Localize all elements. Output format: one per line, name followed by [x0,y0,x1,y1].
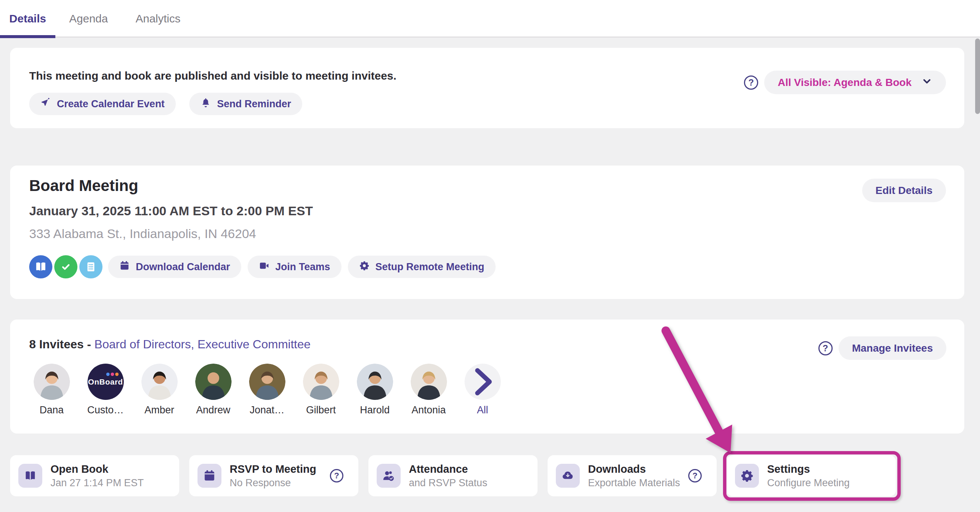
invitee-custom-logo[interactable]: OnBoard Custo… [83,364,128,416]
avatar [249,364,285,400]
agenda-status-icon [79,255,102,278]
create-calendar-event-label: Create Calendar Event [57,98,165,110]
downloads-card[interactable]: Downloads Exportable Materials ? [547,455,717,496]
downloads-subtitle: Exportable Materials [588,477,680,489]
meeting-title: Board Meeting [29,177,946,195]
avatar [411,364,447,400]
invitee-name: Antonia [412,404,446,416]
meeting-location: 333 Alabama St., Indianapolis, IN 46204 [29,227,946,241]
banner-button-row: Create Calendar Event Send Reminder [29,93,946,115]
meeting-details-card: Board Meeting January 31, 2025 11:00 AM … [10,166,964,299]
invitee-avatar-row: Dana OnBoard Custo… Amber Andrew [29,364,947,416]
open-book-title: Open Book [51,463,144,476]
quick-action-row: Open Book Jan 27 1:14 PM EST RSVP to Mee… [10,455,896,496]
send-icon [40,98,51,111]
onboard-logo-text: OnBoard [88,377,123,387]
invitee-name: Dana [40,404,64,416]
setup-remote-meeting-label: Setup Remote Meeting [375,261,484,273]
rsvp-title: RSVP to Meeting [230,463,317,476]
book-icon [18,464,42,488]
invitee-jonathan[interactable]: Jonat… [245,364,290,416]
bell-icon [200,98,211,111]
tab-agenda[interactable]: Agenda [56,0,122,37]
onboard-logo-avatar: OnBoard [88,364,124,400]
attendance-subtitle: and RSVP Status [409,477,487,489]
invitees-header: 8 Invitees - Board of Directors, Executi… [29,338,947,351]
join-teams-button[interactable]: Join Teams [248,256,342,278]
invitees-count: 8 Invitees - [29,338,91,351]
setup-remote-meeting-button[interactable]: Setup Remote Meeting [348,256,496,278]
view-all-invitees-button[interactable]: All [460,364,505,416]
invitee-name: Andrew [196,404,231,416]
view-all-label: All [477,404,488,416]
edit-details-button[interactable]: Edit Details [862,179,946,202]
invitee-name: Amber [145,404,174,416]
send-reminder-label: Send Reminder [217,98,291,110]
invitee-harold[interactable]: Harold [352,364,397,416]
invitees-right-group: ? Manage Invitees [818,336,947,360]
video-camera-icon [259,260,269,274]
gear-icon [735,464,759,488]
calendar-icon [119,260,130,274]
meeting-actions-row: Download Calendar Join Teams Setup Remot… [29,255,946,278]
settings-card[interactable]: Settings Configure Meeting [727,455,896,496]
invitee-name: Custo… [87,404,124,416]
visibility-dropdown[interactable]: All Visible: Agenda & Book [764,71,946,94]
open-book-card[interactable]: Open Book Jan 27 1:14 PM EST [10,455,179,496]
invitees-help-icon[interactable]: ? [818,341,833,355]
invitee-name: Jonat… [250,404,284,416]
chevron-down-icon [921,76,932,89]
invitee-name: Harold [360,404,390,416]
attendance-title: Attendance [409,463,487,476]
downloads-help-icon[interactable]: ? [688,469,702,482]
invitee-dana[interactable]: Dana [29,364,74,416]
join-teams-label: Join Teams [275,261,330,273]
invitees-card: 8 Invitees - Board of Directors, Executi… [10,320,964,434]
published-check-status-icon [54,255,78,278]
avatar [33,364,70,400]
tab-bar: Details Agenda Analytics [0,0,980,37]
avatar [303,364,339,400]
published-book-status-icon [29,255,52,278]
cloud-download-icon [556,464,580,488]
download-calendar-label: Download Calendar [136,261,230,273]
vertical-scrollbar[interactable] [975,38,980,114]
settings-subtitle: Configure Meeting [767,477,850,489]
meeting-details-page: Details Agenda Analytics This meeting an… [0,0,980,512]
rsvp-card[interactable]: RSVP to Meeting No Response ? [189,455,358,496]
people-check-icon [377,464,401,488]
invitee-antonia[interactable]: Antonia [406,364,451,416]
calendar-icon [197,464,221,488]
download-calendar-button[interactable]: Download Calendar [108,256,241,278]
gear-icon [359,260,369,274]
invitee-gilbert[interactable]: Gilbert [299,364,344,416]
avatar [142,364,178,400]
invitee-groups-link[interactable]: Board of Directors, Executive Committee [94,338,310,351]
tab-analytics[interactable]: Analytics [122,0,194,37]
visibility-dropdown-label: All Visible: Agenda & Book [778,77,912,89]
settings-title: Settings [767,463,850,476]
banner-right-group: ? All Visible: Agenda & Book [744,71,946,94]
meeting-datetime: January 31, 2025 11:00 AM EST to 2:00 PM… [29,204,946,218]
downloads-title: Downloads [588,463,680,476]
tab-details[interactable]: Details [0,0,56,37]
visibility-help-icon[interactable]: ? [744,76,758,90]
onboard-logo-dots [106,373,119,376]
manage-invitees-button[interactable]: Manage Invitees [838,336,947,360]
invitee-name: Gilbert [306,404,336,416]
avatar [195,364,232,400]
attendance-card[interactable]: Attendance and RSVP Status [368,455,538,496]
create-calendar-event-button[interactable]: Create Calendar Event [29,93,176,115]
rsvp-subtitle: No Response [230,477,317,489]
open-book-subtitle: Jan 27 1:14 PM EST [51,477,144,489]
invitee-amber[interactable]: Amber [137,364,182,416]
send-reminder-button[interactable]: Send Reminder [189,93,302,115]
chevron-right-icon [465,364,501,400]
avatar [357,364,393,400]
rsvp-help-icon[interactable]: ? [330,469,344,482]
publish-status-card: This meeting and book are published and … [10,48,964,128]
invitee-andrew[interactable]: Andrew [191,364,235,416]
